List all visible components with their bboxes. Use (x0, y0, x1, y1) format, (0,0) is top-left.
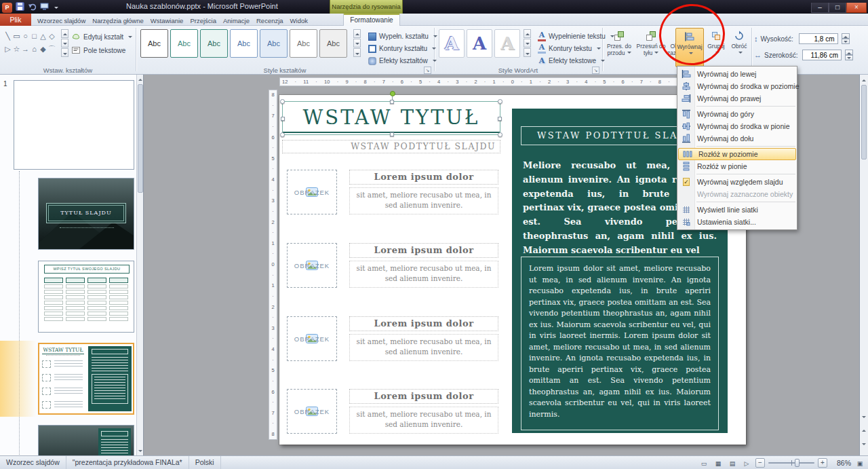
shape-style-gallery-scrollbar[interactable] (353, 29, 361, 57)
thumbnail-dark-layout[interactable] (38, 425, 134, 455)
shape-style-tile[interactable]: Abc (140, 29, 168, 58)
shapes-gallery-scrollbar[interactable] (61, 29, 68, 57)
thumbnail-agenda-layout[interactable]: WPISZ TYTUŁ SWOJEGO SLAJDU (38, 261, 134, 333)
resize-handle-w[interactable] (281, 117, 285, 121)
fit-to-window-button[interactable]: ▣ (854, 458, 865, 468)
text-effects-button[interactable]: A Efekty tekstowe (536, 55, 607, 67)
resize-handle-e[interactable] (498, 117, 502, 121)
width-spinner[interactable] (845, 50, 853, 60)
text-box-button[interactable]: Pole tekstowe (69, 45, 127, 56)
resize-handle-s[interactable] (390, 132, 394, 136)
wordart-style-tile[interactable]: A (467, 29, 492, 58)
tab-plik[interactable]: Plik (0, 14, 31, 26)
rotate-button[interactable]: Obróć (728, 28, 750, 67)
picture-placeholder[interactable]: OBRAZEK (287, 170, 337, 214)
previous-slide-button[interactable] (861, 426, 867, 434)
save-icon[interactable] (16, 1, 24, 14)
maximize-button[interactable]: □ (829, 3, 846, 13)
menu-item-align-top[interactable]: Wyrównaj do góry (677, 108, 797, 120)
scroll-up-arrow[interactable] (138, 75, 144, 83)
scrollbar-thumb[interactable] (138, 84, 143, 193)
thumbnail-title-slide[interactable]: TYTUŁ SLAJDU (38, 178, 134, 250)
height-spinner[interactable] (842, 33, 850, 44)
item-body-placeholder[interactable]: sit amet, meliore recusabo ut mea, in se… (349, 334, 498, 361)
menu-item-align-middle-v[interactable]: Wyrównaj do środka w pionie (677, 120, 797, 132)
width-input[interactable] (802, 50, 842, 60)
slideshow-icon[interactable] (40, 1, 49, 14)
wordart-dialog-launcher[interactable]: ↘ (592, 67, 599, 74)
menu-item-view-gridlines[interactable]: Wyświetl linie siatki (677, 204, 797, 216)
reading-view-button[interactable]: ▤ (727, 458, 738, 468)
shapes-gallery[interactable]: ╲▭○□△◇ (3, 29, 60, 43)
slide-canvas[interactable]: WSTAW TYTUŁ WSTAW PODTYTUŁ SLAJDU OBRAZE… (279, 95, 746, 445)
shape-styles-dialog-launcher[interactable]: ↘ (424, 67, 431, 74)
slide-sorter-view-button[interactable]: ▦ (713, 458, 724, 468)
wordart-gallery-scrollbar[interactable] (524, 29, 531, 57)
scroll-down-arrow[interactable] (138, 447, 144, 455)
menu-item-distribute-vertically[interactable]: Rozłóż w pionie (677, 160, 797, 172)
picture-placeholder[interactable]: OBRAZEK (287, 389, 337, 434)
title-placeholder[interactable]: WSTAW TYTUŁ (282, 101, 500, 135)
zoom-out-button[interactable]: − (755, 458, 765, 468)
picture-placeholder[interactable]: OBRAZEK (287, 243, 337, 288)
wordart-style-tile[interactable]: A (439, 29, 465, 58)
picture-placeholder[interactable]: OBRAZEK (287, 316, 337, 361)
thumbnail-master-slide[interactable] (14, 80, 134, 170)
item-heading-placeholder[interactable]: Lorem ipsum dolor (349, 243, 498, 258)
shape-outline-button[interactable]: Kontury kształtu (366, 43, 438, 54)
bring-forward-button[interactable]: Przes. do przodu (604, 28, 635, 67)
edit-shape-button[interactable]: Edytuj kształt (69, 31, 134, 43)
thumbnail-current-layout[interactable]: WSTAW TYTUŁ (38, 343, 134, 415)
qat-dropdown-icon[interactable] (54, 7, 58, 11)
menu-item-align-to-slide[interactable]: ✓ Wyrównaj względem slajdu (677, 176, 797, 188)
zoom-in-button[interactable]: + (818, 458, 827, 468)
thumbnail-panel-scrollbar[interactable] (136, 75, 144, 455)
height-input[interactable] (799, 33, 838, 44)
app-icon[interactable]: P (2, 3, 12, 13)
scrollbar-thumb[interactable] (861, 85, 867, 160)
menu-item-distribute-horizontally[interactable]: Rozłóż w poziomie (678, 148, 796, 160)
menu-item-grid-settings[interactable]: Ustawienia siatki... (677, 216, 797, 228)
item-body-placeholder[interactable]: sit amet, meliore recusabo ut mea, in se… (349, 407, 498, 434)
editor-scrollbar[interactable] (859, 75, 868, 455)
status-language[interactable]: Polski (189, 456, 221, 469)
resize-handle-nw[interactable] (280, 99, 285, 104)
normal-view-button[interactable]: ▭ (698, 458, 709, 468)
scroll-down-arrow[interactable] (861, 413, 867, 421)
shape-style-tile[interactable]: Abc (319, 29, 347, 58)
menu-item-align-left[interactable]: Wyrównaj do lewej (677, 68, 797, 80)
shape-style-tile[interactable]: Abc (290, 29, 317, 58)
shape-style-tile[interactable]: Abc (260, 29, 288, 58)
text-outline-button[interactable]: A Kontury tekstu (536, 43, 603, 54)
resize-handle-ne[interactable] (498, 99, 502, 104)
tab-formatowanie[interactable]: Formatowanie (343, 14, 400, 26)
resize-handle-n[interactable] (390, 100, 394, 104)
item-heading-placeholder[interactable]: Lorem ipsum dolor (349, 389, 498, 404)
subtitle-placeholder[interactable]: WSTAW PODTYTUŁ SLAJDU (282, 140, 500, 153)
menu-item-align-bottom[interactable]: Wyrównaj do dołu (677, 132, 797, 145)
shape-style-tile[interactable]: Abc (170, 29, 198, 58)
shape-style-tile[interactable]: Abc (230, 29, 258, 58)
zoom-percentage[interactable]: 86% (831, 459, 851, 467)
minimize-button[interactable]: – (811, 3, 829, 13)
shape-style-tile[interactable]: Abc (200, 29, 228, 58)
zoom-slider-thumb[interactable] (795, 459, 800, 467)
menu-item-align-right[interactable]: Wyrównaj do prawej (677, 92, 797, 105)
item-body-placeholder[interactable]: sit amet, meliore recusabo ut mea, in se… (349, 187, 498, 214)
undo-icon[interactable] (28, 1, 37, 14)
menu-item-align-center-h[interactable]: Wyrównaj do środka w poziomie (677, 80, 797, 92)
zoom-slider[interactable] (768, 462, 814, 464)
item-heading-placeholder[interactable]: Lorem ipsum dolor (349, 170, 498, 185)
next-slide-button[interactable] (861, 440, 867, 448)
slideshow-view-button[interactable]: ▷ (741, 458, 752, 468)
item-body-placeholder[interactable]: sit amet, meliore recusabo ut mea, in se… (349, 261, 498, 288)
shapes-gallery-row2[interactable]: ▷☆→⌂◆⌒ (3, 42, 60, 56)
close-button[interactable]: × (846, 3, 867, 13)
rotate-handle[interactable] (390, 91, 395, 96)
resize-handle-se[interactable] (498, 132, 502, 137)
item-heading-placeholder[interactable]: Lorem ipsum dolor (349, 316, 498, 331)
panel-body-placeholder[interactable]: Lorem ipsum dolor sit amet, meliore recu… (521, 257, 719, 430)
wordart-style-tile[interactable]: A (494, 29, 520, 58)
scroll-up-arrow[interactable] (861, 76, 867, 84)
shape-fill-button[interactable]: Wypełn. kształtu (366, 31, 439, 42)
